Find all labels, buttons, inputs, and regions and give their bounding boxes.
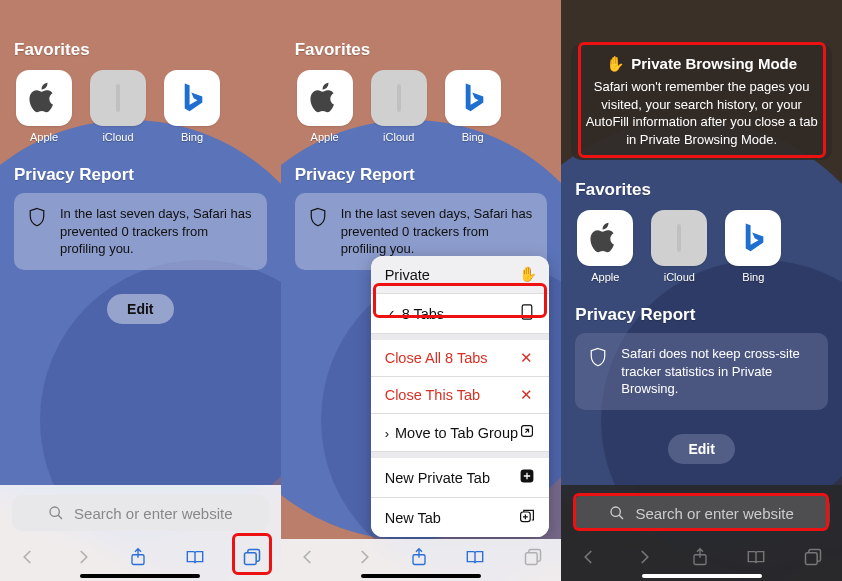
favorite-apple[interactable]: Apple <box>575 210 635 283</box>
privacy-report-header: Privacy Report <box>14 165 267 185</box>
favorite-bing[interactable]: Bing <box>443 70 503 143</box>
close-icon: ✕ <box>519 350 535 366</box>
favorite-bing[interactable]: Bing <box>723 210 783 283</box>
share-icon[interactable] <box>410 547 428 571</box>
sheet-row-close-this[interactable]: Close This Tab ✕ <box>371 377 549 414</box>
privacy-report-card[interactable]: Safari does not keep cross-site tracker … <box>575 333 828 410</box>
tabs-icon[interactable] <box>242 547 262 571</box>
edit-button[interactable]: Edit <box>107 294 173 324</box>
back-icon[interactable] <box>580 548 598 570</box>
share-icon[interactable] <box>129 547 147 571</box>
apple-icon <box>577 210 633 266</box>
new-private-icon <box>519 468 535 487</box>
check-icon: ✓ <box>385 307 396 322</box>
icloud-icon <box>651 210 707 266</box>
search-icon <box>609 505 625 521</box>
sheet-row-tabs[interactable]: ✓8 Tabs <box>371 294 549 334</box>
svg-line-11 <box>619 515 623 519</box>
sheet-row-close-all[interactable]: Close All 8 Tabs ✕ <box>371 340 549 377</box>
forward-icon[interactable] <box>74 548 92 570</box>
favorites-header: Favorites <box>14 40 267 60</box>
bottom-bar: Search or enter website <box>561 485 842 581</box>
hand-icon: ✋ <box>519 266 535 283</box>
privacy-report-text: In the last seven days, Safari has preve… <box>341 205 534 258</box>
chevron-right-icon: › <box>385 426 389 441</box>
close-icon: ✕ <box>519 387 535 403</box>
edit-button[interactable]: Edit <box>668 434 734 464</box>
search-field[interactable]: Search or enter website <box>12 495 269 531</box>
bing-icon <box>725 210 781 266</box>
privacy-report-text: Safari does not keep cross-site tracker … <box>621 345 814 398</box>
favorites-row: Apple iCloud Bing <box>575 210 828 283</box>
privacy-report-card[interactable]: In the last seven days, Safari has preve… <box>14 193 267 270</box>
svg-point-10 <box>611 507 620 516</box>
svg-rect-9 <box>525 553 537 565</box>
favorites-row: Apple iCloud Bing <box>295 70 548 143</box>
screen-1: Favorites Apple iCloud Bing Privacy Repo… <box>0 0 281 581</box>
search-icon <box>48 505 64 521</box>
tabs-icon[interactable] <box>803 547 823 571</box>
favorites-header: Favorites <box>295 40 548 60</box>
shield-icon <box>28 207 46 228</box>
bookmarks-icon[interactable] <box>465 548 485 570</box>
icloud-icon <box>90 70 146 126</box>
icloud-icon <box>371 70 427 126</box>
screen-2: Favorites Apple iCloud Bing Privacy Repo… <box>281 0 562 581</box>
privacy-report-text: In the last seven days, Safari has preve… <box>60 205 253 258</box>
tab-action-sheet: Private ✋ ✓8 Tabs Close All 8 Tabs ✕ Clo… <box>371 256 549 537</box>
favorite-apple[interactable]: Apple <box>295 70 355 143</box>
favorite-icloud[interactable]: iCloud <box>369 70 429 143</box>
bottom-bar: Search or enter website <box>0 485 281 581</box>
svg-rect-4 <box>522 305 532 319</box>
bookmarks-icon[interactable] <box>185 548 205 570</box>
tabs-icon[interactable] <box>523 547 543 571</box>
bing-icon <box>164 70 220 126</box>
apple-icon <box>297 70 353 126</box>
svg-point-0 <box>50 507 59 516</box>
svg-rect-3 <box>244 553 256 565</box>
favorite-bing[interactable]: Bing <box>162 70 222 143</box>
favorite-apple[interactable]: Apple <box>14 70 74 143</box>
search-field[interactable]: Search or enter website <box>573 495 830 531</box>
svg-rect-13 <box>806 553 818 565</box>
home-indicator[interactable] <box>642 574 762 578</box>
share-icon[interactable] <box>691 547 709 571</box>
open-icon <box>519 424 535 441</box>
svg-line-1 <box>58 515 62 519</box>
favorites-header: Favorites <box>575 180 828 200</box>
forward-icon[interactable] <box>355 548 373 570</box>
privacy-report-header: Privacy Report <box>295 165 548 185</box>
favorite-icloud[interactable]: iCloud <box>88 70 148 143</box>
phone-icon <box>519 304 535 323</box>
favorite-icloud[interactable]: iCloud <box>649 210 709 283</box>
bookmarks-icon[interactable] <box>746 548 766 570</box>
shield-icon <box>309 207 327 228</box>
home-indicator[interactable] <box>361 574 481 578</box>
screen-3: ✋ Private Browsing Mode Safari won't rem… <box>561 0 842 581</box>
forward-icon[interactable] <box>635 548 653 570</box>
new-tab-icon <box>519 508 535 527</box>
apple-icon <box>16 70 72 126</box>
favorites-row: Apple iCloud Bing <box>14 70 267 143</box>
sheet-row-private[interactable]: Private ✋ <box>371 256 549 294</box>
privacy-report-header: Privacy Report <box>575 305 828 325</box>
shield-icon <box>589 347 607 368</box>
bing-icon <box>445 70 501 126</box>
sheet-row-new-tab[interactable]: New Tab <box>371 498 549 537</box>
bottom-bar <box>281 539 562 581</box>
home-indicator[interactable] <box>80 574 200 578</box>
back-icon[interactable] <box>299 548 317 570</box>
sheet-row-move-group[interactable]: ›Move to Tab Group <box>371 414 549 452</box>
back-icon[interactable] <box>19 548 37 570</box>
sheet-row-new-private[interactable]: New Private Tab <box>371 458 549 498</box>
